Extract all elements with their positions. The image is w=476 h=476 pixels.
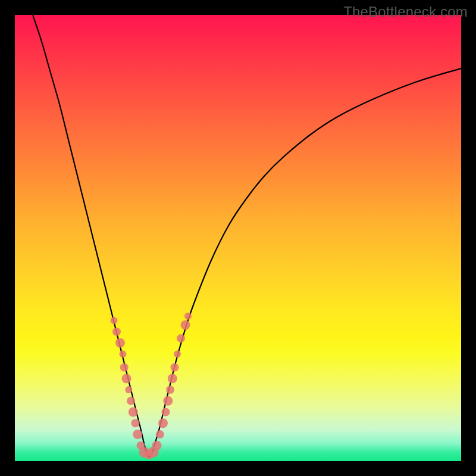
data-point	[162, 408, 170, 416]
data-point	[111, 317, 118, 324]
data-point	[158, 418, 168, 428]
data-point	[125, 386, 132, 393]
data-point	[171, 364, 179, 372]
plot-area	[15, 15, 461, 461]
data-point	[115, 338, 125, 347]
data-point	[131, 419, 140, 427]
data-point	[184, 312, 192, 320]
bottleneck-curve	[33, 15, 461, 457]
data-point	[120, 364, 129, 372]
data-point	[127, 397, 135, 405]
watermark-text: TheBottleneck.com	[343, 4, 468, 20]
data-point	[181, 320, 190, 330]
data-point	[166, 386, 174, 394]
data-point	[133, 430, 142, 439]
data-points-group	[111, 312, 192, 459]
data-point	[152, 441, 162, 450]
chart-svg	[15, 15, 461, 461]
data-point	[174, 350, 181, 358]
data-point	[156, 430, 164, 439]
data-point	[177, 334, 185, 343]
data-point	[112, 328, 121, 336]
data-point	[168, 374, 177, 383]
data-point	[122, 374, 131, 383]
data-point	[120, 350, 127, 358]
data-point	[129, 408, 138, 417]
data-point	[163, 396, 173, 406]
